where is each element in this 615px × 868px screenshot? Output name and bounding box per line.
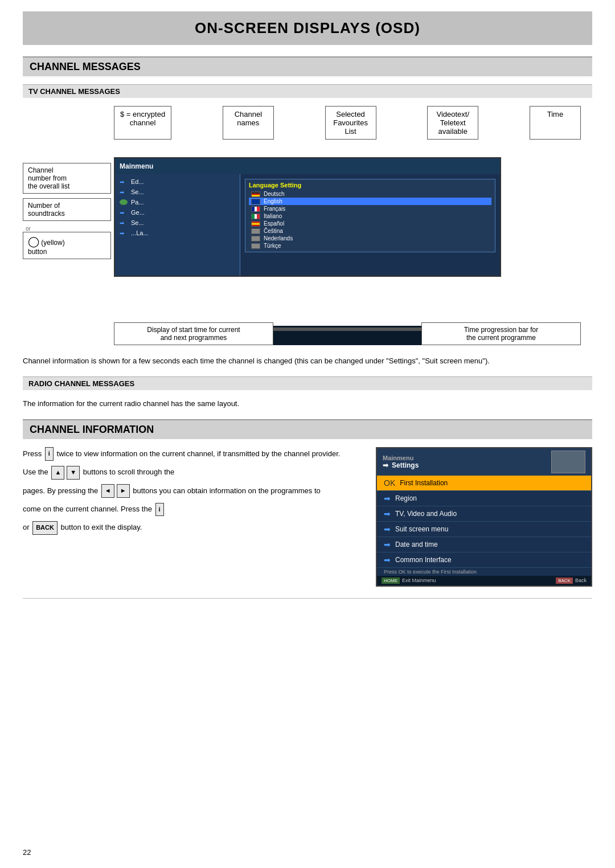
- flag-blank: [251, 243, 260, 249]
- mm-small-text: Press OK to execute the First Installati…: [377, 568, 591, 576]
- tv-channel-diagram: $ = encryptedchannel Channelnames Select…: [23, 106, 592, 345]
- yellow-button-icon: ◯: [28, 236, 39, 247]
- channel-information-grid: Press i twice to view information on the…: [23, 447, 592, 587]
- ok-icon: OK: [384, 478, 395, 488]
- screen-menu-item: ➡ Se...: [115, 187, 240, 197]
- mm-preview-image: [551, 451, 585, 473]
- mm-item-date-time[interactable]: ➡ Date and time: [377, 537, 591, 552]
- lang-item-nederlands: Nederlands: [249, 235, 491, 242]
- mm-item-label: Suit screen menu: [395, 525, 448, 533]
- mm-item-region[interactable]: ➡ Region: [377, 491, 591, 506]
- back-label: Back: [575, 578, 587, 583]
- dot-icon: [120, 199, 128, 205]
- page-number: 22: [23, 848, 31, 857]
- arrow-icon-tv: ➡: [384, 509, 391, 518]
- mm-item-label: Region: [395, 494, 417, 502]
- language-panel: Language Setting Deutsch English Françai…: [245, 179, 495, 252]
- flag-es: [251, 221, 260, 227]
- lang-item-deutsch: Deutsch: [249, 190, 491, 198]
- label-or: or: [23, 226, 111, 232]
- channel-information-header: CHANNEL INFORMATION: [23, 419, 592, 439]
- label-yellow-button: ◯ (yellow)button: [23, 232, 111, 259]
- label-soundtracks: Number ofsoundtracks: [23, 198, 111, 221]
- channel-info-para2: Use the ▲▼ buttons to scroll through the: [23, 465, 364, 479]
- mm-item-tv-video-audio[interactable]: ➡ TV, Video and Audio: [377, 506, 591, 522]
- mm-footer: HOME Exit Mainmenu BACK Back: [377, 576, 591, 586]
- back-btn-mm: BACK: [556, 578, 573, 584]
- mm-item-first-installation[interactable]: OK First Installation: [377, 476, 591, 491]
- right-button-inline: ►: [117, 484, 130, 498]
- lang-item-turkce: Türkçe: [249, 242, 491, 249]
- arrow-icon: ➡: [120, 189, 128, 195]
- page-divider: [23, 598, 592, 599]
- tv-screen-mockup: Mainmenu ➡ Ed... ➡ Se... Pa... ➡ Ge... ➡…: [114, 157, 501, 277]
- screen-menu-item: ➡ Ed...: [115, 177, 240, 187]
- exit-mainmenu-label: Exit Mainmenu: [402, 578, 436, 583]
- screen-menu-item: ➡ Se...: [115, 218, 240, 228]
- label-encrypted: $ = encryptedchannel: [114, 106, 171, 140]
- mm-title: Mainmenu ➡ Settings: [383, 455, 419, 469]
- mm-footer-home: HOME Exit Mainmenu: [382, 578, 436, 584]
- flag-gb: [251, 199, 260, 204]
- flag-blank: [251, 236, 260, 241]
- channel-info-paragraph: Channel information is shown for a few s…: [23, 355, 592, 367]
- lang-item-italiano: Italiano: [249, 212, 491, 220]
- mm-title-text: Mainmenu: [383, 455, 419, 461]
- channel-messages-header: CHANNEL MESSAGES: [23, 56, 592, 76]
- arrow-icon-date: ➡: [384, 540, 391, 549]
- label-favourites: SelectedFavouritesList: [325, 106, 376, 140]
- lang-item-cestina: Čeština: [249, 227, 491, 235]
- left-button-inline: ◄: [101, 484, 114, 498]
- arrow-icon: ➡: [120, 220, 128, 226]
- mm-item-label: TV, Video and Audio: [395, 510, 457, 518]
- lang-item-espanol: Español: [249, 220, 491, 227]
- arrow-icon-ci: ➡: [384, 555, 391, 564]
- label-videotext: Videotext/Teletextavailable: [427, 106, 478, 140]
- arrow-icon-mm: ➡: [383, 461, 388, 469]
- arrow-icon: ➡: [120, 210, 128, 215]
- lang-item-francais: Français: [249, 205, 491, 212]
- screen-menu-item: ➡ Ge...: [115, 207, 240, 218]
- top-labels-row: $ = encryptedchannel Channelnames Select…: [114, 106, 581, 140]
- arrow-icon-suit: ➡: [384, 525, 391, 534]
- bottom-labels-row: Display of start time for currentand nex…: [114, 322, 581, 345]
- channel-info-text: Press i twice to view information on the…: [23, 447, 364, 587]
- mm-item-label: First Installation: [400, 479, 448, 487]
- mainmenu-mockup: Mainmenu ➡ Settings OK First Installatio…: [376, 447, 592, 587]
- lang-item-english: English: [249, 198, 491, 205]
- label-start-time: Display of start time for currentand nex…: [114, 322, 273, 345]
- screen-right-panel: Language Setting Deutsch English Françai…: [240, 174, 500, 276]
- flag-it: [251, 214, 260, 219]
- screen-menu-item: Pa...: [115, 197, 240, 207]
- label-time: Time: [530, 106, 581, 140]
- back-button-inline: BACK: [32, 521, 58, 535]
- mm-item-common-interface[interactable]: ➡ Common Interface: [377, 552, 591, 568]
- mm-title-bar: Mainmenu ➡ Settings: [377, 448, 591, 476]
- info-button-inline2: i: [155, 503, 164, 517]
- flag-blank: [251, 228, 260, 234]
- mm-settings-label: ➡ Settings: [383, 461, 419, 469]
- down-button-inline: ▼: [67, 466, 80, 480]
- mm-item-label: Date and time: [395, 541, 438, 548]
- mm-footer-back: BACK Back: [556, 578, 587, 584]
- channel-info-para5: or BACK button to exit the display.: [23, 521, 364, 534]
- flag-de: [251, 191, 260, 197]
- screen-menu-item: ➡ ...La...: [115, 228, 240, 238]
- lang-panel-title: Language Setting: [249, 182, 491, 189]
- label-time-progression: Time progression bar forthe current prog…: [421, 322, 581, 345]
- flag-fr: [251, 206, 260, 212]
- tv-channel-messages-header: TV CHANNEL MESSAGES: [23, 84, 592, 98]
- page-title: ON-SCREEN DISPLAYS (OSD): [23, 11, 592, 45]
- mm-item-suit-screen[interactable]: ➡ Suit screen menu: [377, 522, 591, 537]
- home-btn: HOME: [382, 578, 400, 584]
- screen-top-bar-text: Mainmenu: [120, 162, 153, 170]
- mm-item-label: Common Interface: [395, 556, 452, 564]
- radio-channel-messages-header: RADIO CHANNEL MESSAGES: [23, 376, 592, 390]
- up-button-inline: ▲: [51, 466, 64, 480]
- arrow-icon: ➡: [120, 179, 128, 185]
- label-channel-number: Channelnumber fromthe overall list: [23, 163, 111, 194]
- left-labels-column: Channelnumber fromthe overall list Numbe…: [23, 163, 111, 264]
- label-channel-names: Channelnames: [223, 106, 274, 140]
- channel-info-para4: come on the current channel. Press the i: [23, 502, 364, 516]
- channel-info-para3: pages. By pressing the ◄► buttons you ca…: [23, 484, 364, 498]
